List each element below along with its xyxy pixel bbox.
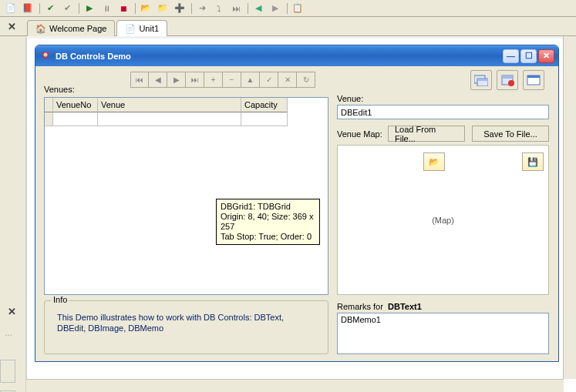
remarks-prefix: Remarks for [337, 302, 383, 311]
open-picture-dialog-icon[interactable]: 📂 [423, 152, 445, 171]
db-navigator[interactable]: ⏮ ◀ ▶ ⏭ + − ▲ ✓ ✕ ↻ [130, 72, 315, 88]
fwd-icon[interactable]: ▶ [268, 2, 283, 15]
nav-insert-icon[interactable]: + [204, 72, 223, 88]
save-to-file-button[interactable]: Save To File... [472, 126, 549, 142]
datasource-component-icon[interactable] [497, 70, 518, 90]
nav-next-icon[interactable]: ▶ [167, 72, 186, 88]
tb-btn-16[interactable]: 📋 [290, 2, 305, 15]
grid-cell[interactable] [241, 112, 288, 126]
info-text-line1: This Demo illustrates how to work with D… [57, 312, 315, 323]
svg-rect-8 [527, 75, 540, 78]
side-button-1[interactable] [0, 360, 15, 383]
component-icons [470, 70, 544, 90]
tb-btn-8[interactable]: 📂 [138, 2, 153, 15]
tb-btn-4[interactable]: ✔ [59, 2, 75, 15]
load-btn-label: Load From File... [395, 125, 458, 143]
tooltip-line1: DBGrid1: TDBGrid [221, 202, 315, 212]
home-icon: 🏠 [35, 23, 46, 34]
dialog-component-icon[interactable] [523, 70, 544, 90]
nav-cancel-icon[interactable]: ✕ [278, 72, 297, 88]
tb-btn-9[interactable]: 📁 [155, 2, 170, 15]
grid-cell[interactable] [53, 112, 98, 126]
side-close-icon[interactable]: ✕ [8, 306, 16, 317]
nav-prior-icon[interactable]: ◀ [149, 72, 167, 88]
grid-col-venueno[interactable]: VenueNo [53, 98, 98, 112]
close-button[interactable]: ✕ [538, 49, 554, 63]
tb-btn-2[interactable]: 📕 [20, 2, 35, 15]
main-toolbar: 📄 📕 ✔ ✔ ▶ ⏸ ⏹ 📂 📁 ➕ ➜ ⤵ ⏭ ◀ ▶ 📋 [0, 0, 576, 17]
tab-unit1-label: Unit1 [139, 24, 159, 33]
close-tab-icon[interactable]: ✕ [8, 21, 16, 32]
horizontal-scrollbar[interactable] [26, 379, 564, 392]
grid-row[interactable] [45, 112, 328, 126]
tooltip-line3: Tab Stop: True; Order: 0 [221, 232, 315, 242]
save-picture-dialog-icon[interactable]: 💾 [522, 152, 544, 171]
grid-row-handle[interactable] [45, 112, 53, 126]
minimize-button[interactable]: — [503, 49, 519, 63]
tab-welcome[interactable]: 🏠 Welcome Page [27, 20, 115, 36]
venue-edit[interactable]: DBEdit1 [337, 105, 549, 119]
pause-icon[interactable]: ⏸ [99, 2, 114, 15]
grid-cell[interactable] [98, 112, 241, 126]
grid-row-handle-header [45, 98, 53, 112]
grid-header-row: VenueNo Venue Capacity [45, 98, 328, 112]
maximize-button[interactable]: ☐ [520, 49, 537, 63]
venue-map-label: Venue Map: [337, 129, 382, 139]
side-panel: ✕ … [0, 36, 26, 392]
table-component-icon[interactable] [470, 70, 492, 90]
tb-btn-11[interactable]: ➜ [194, 2, 210, 15]
load-from-file-button[interactable]: Load From File... [388, 126, 465, 142]
svg-rect-3 [477, 79, 488, 81]
design-surface: DB Controls Demo — ☐ ✕ ⏮ ◀ ▶ ⏭ + − ▲ ✓ ✕… [26, 39, 576, 392]
remarks-dbtext: DBText1 [388, 302, 422, 311]
nav-delete-icon[interactable]: − [223, 72, 241, 88]
dbmemo[interactable]: DBMemo1 [337, 313, 549, 354]
memo-text: DBMemo1 [341, 315, 381, 324]
tb-btn-10[interactable]: ➕ [172, 2, 187, 15]
unit-icon: 📄 [125, 23, 136, 34]
tb-btn-3[interactable]: ✔ [42, 2, 58, 15]
stop-icon[interactable]: ⏹ [116, 2, 131, 15]
venue-label: Venue: [337, 94, 363, 103]
tab-strip: ✕ 🏠 Welcome Page 📄 Unit1 [0, 17, 576, 36]
venues-label: Venues: [44, 85, 75, 94]
tb-btn-13[interactable]: ⏭ [228, 2, 244, 15]
db-grid[interactable]: VenueNo Venue Capacity [44, 97, 328, 295]
svg-rect-5 [502, 75, 513, 79]
info-groupbox: Info This Demo illustrates how to work w… [44, 300, 328, 354]
tooltip-line2: Origin: 8, 40; Size: 369 x 257 [221, 212, 315, 232]
app-icon [39, 50, 52, 62]
info-group-label: Info [51, 295, 69, 304]
nav-refresh-icon[interactable]: ↻ [297, 72, 315, 88]
titlebar[interactable]: DB Controls Demo — ☐ ✕ [35, 45, 558, 66]
tb-btn-1[interactable]: 📄 [3, 2, 19, 15]
nav-first-icon[interactable]: ⏮ [130, 72, 149, 88]
tab-welcome-label: Welcome Page [49, 24, 106, 33]
back-icon[interactable]: ◀ [251, 2, 266, 15]
remarks-label: Remarks for DBText1 [337, 302, 422, 311]
nav-edit-icon[interactable]: ▲ [241, 72, 260, 88]
tab-unit1[interactable]: 📄 Unit1 [116, 20, 167, 36]
venue-edit-text: DBEdit1 [341, 108, 372, 117]
grid-col-capacity[interactable]: Capacity [241, 98, 288, 112]
nav-post-icon[interactable]: ✓ [260, 72, 278, 88]
svg-point-6 [508, 80, 514, 86]
svg-point-0 [44, 52, 48, 56]
map-placeholder-text: (Map) [432, 216, 454, 225]
info-text-line2: DBEdit, DBImage, DBMemo [57, 323, 315, 333]
grid-col-venue[interactable]: Venue [98, 98, 241, 112]
designer-tooltip: DBGrid1: TDBGrid Origin: 8, 40; Size: 36… [216, 199, 320, 245]
vertical-scrollbar[interactable] [563, 36, 576, 379]
window-title: DB Controls Demo [56, 52, 503, 61]
side-misc-icon: … [5, 329, 12, 337]
nav-last-icon[interactable]: ⏭ [186, 72, 204, 88]
save-btn-label: Save To File... [483, 129, 537, 139]
run-icon[interactable]: ▶ [82, 2, 97, 15]
tb-btn-12[interactable]: ⤵ [211, 2, 227, 15]
